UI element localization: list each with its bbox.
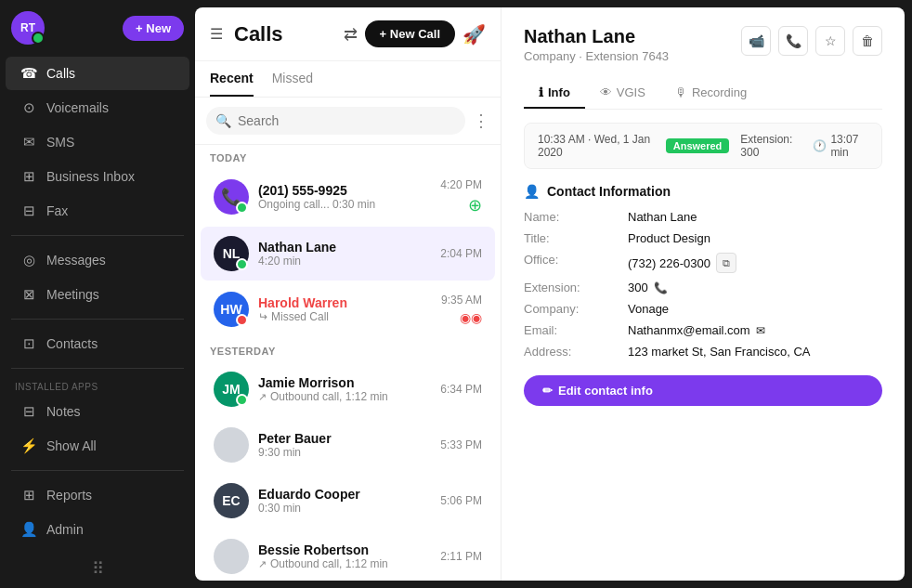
sidebar-item-reports[interactable]: ⊞ Reports bbox=[6, 478, 189, 512]
sidebar-item-meetings-label: Meetings bbox=[46, 287, 99, 302]
fax-icon: ⊟ bbox=[20, 203, 37, 219]
email-icon: ✉ bbox=[756, 324, 765, 337]
green-indicator: ⊕ bbox=[468, 195, 482, 216]
call-info: Jamie Morrison ↗ Outbound call, 1:12 min bbox=[258, 375, 431, 403]
section-today: TODAY bbox=[195, 145, 501, 167]
tab-recording[interactable]: 🎙 Recording bbox=[660, 78, 762, 109]
star-button[interactable]: ☆ bbox=[815, 26, 845, 56]
field-label-title: Title: bbox=[524, 231, 617, 245]
video-button[interactable]: 📹 bbox=[741, 26, 771, 56]
meetings-icon: ⊠ bbox=[20, 286, 37, 303]
admin-icon: 👤 bbox=[20, 521, 37, 538]
call-name: Peter Bauer bbox=[258, 431, 431, 446]
phone-icon: 📞 bbox=[654, 281, 668, 294]
list-item[interactable]: Peter Bauer 9:30 min 5:33 PM bbox=[201, 418, 495, 472]
voicemail-icon: ◉◉ bbox=[460, 310, 482, 325]
edit-icon: ✏ bbox=[542, 384, 553, 398]
search-input[interactable] bbox=[206, 107, 465, 135]
call-sub: 0:30 min bbox=[258, 502, 431, 515]
sidebar-item-show-all[interactable]: ⚡ Show All bbox=[6, 429, 189, 463]
sidebar-item-notes[interactable]: ⊟ Notes bbox=[6, 395, 189, 428]
call-time-col: 4:20 PM ⊕ bbox=[440, 178, 482, 216]
search-icon: 🔍 bbox=[215, 113, 231, 128]
sidebar-item-calls[interactable]: ☎ Calls bbox=[6, 57, 189, 90]
detail-tabs: ℹ Info 👁 VGIS 🎙 Recording bbox=[524, 78, 882, 110]
list-item[interactable]: Bessie Robertson ↗ Outbound call, 1:12 m… bbox=[201, 529, 495, 581]
field-value-address: 123 market St, San Francisco, CA bbox=[628, 345, 882, 359]
sidebar-item-notes-label: Notes bbox=[46, 404, 81, 419]
sidebar-item-meetings[interactable]: ⊠ Meetings bbox=[6, 278, 189, 311]
list-item[interactable]: EC Eduardo Cooper 0:30 min 5:06 PM bbox=[201, 474, 495, 528]
tab-vgis[interactable]: 👁 VGIS bbox=[585, 78, 660, 109]
sidebar-item-messages[interactable]: ◎ Messages bbox=[6, 243, 189, 277]
status-badge: Answered bbox=[666, 138, 730, 153]
call-time: 2:04 PM bbox=[440, 247, 482, 260]
avatar: RT bbox=[11, 11, 45, 45]
transfer-icon[interactable]: ⇄ bbox=[344, 24, 358, 45]
sidebar-item-sms[interactable]: ✉ SMS bbox=[6, 125, 189, 159]
call-time-col: 5:06 PM bbox=[440, 494, 482, 507]
tab-missed[interactable]: Missed bbox=[272, 71, 313, 97]
list-item[interactable]: JM Jamie Morrison ↗ Outbound call, 1:12 … bbox=[201, 362, 495, 416]
sidebar-nav: ☎ Calls ⊙ Voicemails ✉ SMS ⊞ Business In… bbox=[0, 56, 195, 547]
sidebar-item-contacts[interactable]: ⊡ Contacts bbox=[6, 327, 189, 360]
contact-header: Nathan Lane Company · Extension 7643 bbox=[524, 26, 669, 63]
call-time-col: 2:11 PM bbox=[440, 550, 482, 563]
rocket-icon[interactable]: 🚀 bbox=[463, 23, 486, 46]
call-info: Eduardo Cooper 0:30 min bbox=[258, 487, 431, 515]
installed-apps-label: INSTALLED APPS bbox=[0, 376, 195, 394]
sidebar-item-voicemails[interactable]: ⊙ Voicemails bbox=[6, 91, 189, 124]
calls-tabs: Recent Missed bbox=[195, 61, 501, 98]
vgis-icon: 👁 bbox=[600, 85, 612, 99]
new-call-button[interactable]: + New Call bbox=[365, 20, 455, 47]
nav-divider bbox=[11, 235, 184, 236]
call-sub: ↗ Outbound call, 1:12 min bbox=[258, 557, 431, 570]
inbox-icon: ⊞ bbox=[20, 168, 37, 185]
show-all-icon: ⚡ bbox=[20, 438, 37, 454]
sidebar-item-fax-label: Fax bbox=[46, 203, 68, 218]
tab-recent[interactable]: Recent bbox=[210, 71, 254, 97]
clock-icon: 🕐 bbox=[813, 139, 827, 152]
edit-contact-button[interactable]: ✏ Edit contact info bbox=[524, 375, 882, 406]
call-time-col: 2:04 PM bbox=[440, 247, 482, 260]
avatar: 📞 bbox=[214, 179, 249, 215]
call-name: Nathan Lane bbox=[258, 240, 431, 255]
menu-icon[interactable]: ☰ bbox=[210, 25, 223, 43]
sidebar-item-sms-label: SMS bbox=[46, 135, 74, 150]
call-name: (201) 555-9925 bbox=[258, 183, 431, 198]
call-button[interactable]: 📞 bbox=[778, 26, 808, 56]
list-item[interactable]: HW Harold Warren ↵ Missed Call 9:35 AM ◉… bbox=[201, 282, 495, 336]
field-value-company: Vonage bbox=[628, 302, 882, 316]
dots-grid-icon[interactable]: ⠿ bbox=[92, 558, 104, 579]
more-options-icon[interactable]: ⋮ bbox=[473, 111, 489, 131]
sidebar-item-admin[interactable]: 👤 Admin bbox=[6, 513, 189, 546]
field-label-office: Office: bbox=[524, 253, 617, 273]
call-time-col: 9:35 AM ◉◉ bbox=[441, 294, 482, 325]
field-value-title: Product Design bbox=[628, 231, 882, 245]
tab-info[interactable]: ℹ Info bbox=[524, 78, 585, 109]
field-label-company: Company: bbox=[524, 302, 617, 316]
call-time: 5:06 PM bbox=[440, 494, 482, 507]
sidebar-bottom: ⠿ bbox=[0, 547, 195, 588]
avatar bbox=[214, 427, 249, 463]
sidebar-item-fax[interactable]: ⊟ Fax bbox=[6, 194, 189, 228]
call-info: Peter Bauer 9:30 min bbox=[258, 431, 431, 459]
delete-button[interactable]: 🗑 bbox=[853, 26, 882, 56]
contact-sub: Company · Extension 7643 bbox=[524, 49, 669, 63]
list-item[interactable]: NL Nathan Lane 4:20 min 2:04 PM bbox=[201, 227, 495, 281]
copy-phone-button[interactable]: ⧉ bbox=[716, 253, 736, 273]
new-button[interactable]: + New bbox=[123, 16, 184, 41]
calls-list: TODAY 📞 (201) 555-9925 Ongoing call... 0… bbox=[195, 145, 501, 581]
sidebar-item-messages-label: Messages bbox=[46, 253, 106, 268]
call-info: Bessie Robertson ↗ Outbound call, 1:12 m… bbox=[258, 542, 431, 570]
list-item[interactable]: 📞 (201) 555-9925 Ongoing call... 0:30 mi… bbox=[201, 169, 495, 225]
section-title: 👤 Contact Information bbox=[524, 184, 882, 199]
call-time-col: 6:34 PM bbox=[440, 383, 482, 396]
contact-info-icon: 👤 bbox=[524, 184, 540, 199]
field-label-email: Email: bbox=[524, 323, 617, 337]
detail-header: Nathan Lane Company · Extension 7643 📹 📞… bbox=[524, 26, 882, 63]
info-icon: ℹ bbox=[539, 85, 543, 99]
sms-icon: ✉ bbox=[20, 134, 37, 150]
sidebar-item-business-inbox[interactable]: ⊞ Business Inbox bbox=[6, 160, 189, 193]
call-time: 4:20 PM bbox=[440, 178, 482, 191]
